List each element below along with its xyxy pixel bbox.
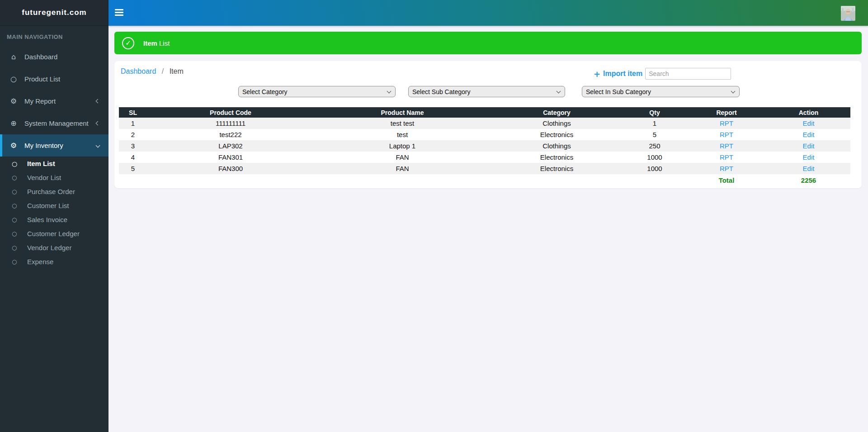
edit-link[interactable]: Edit — [803, 119, 815, 127]
cell-sl: 4 — [119, 152, 147, 163]
in-sub-category-select-wrap: Select In Sub Category — [582, 86, 740, 97]
sidebar-subitem-label: Vendor Ledger — [27, 244, 71, 252]
filter-row: Select Category Select Sub Category Sele… — [238, 86, 740, 97]
circle-plus-icon: ⊕ — [8, 119, 19, 128]
total-label: Total — [686, 174, 767, 186]
sidebar-subitem-customer-list[interactable]: ○ Customer List — [0, 199, 108, 213]
col-header-product-name: Product Name — [314, 107, 491, 118]
sub-category-select-wrap: Select Sub Category — [408, 86, 565, 97]
circle-icon: ○ — [12, 202, 22, 209]
user-avatar[interactable] — [841, 6, 855, 21]
sidebar-subitem-item-list[interactable]: ○ Item List — [0, 157, 108, 171]
sidebar-item-my-inventory[interactable]: ⚙ My Inventory — [0, 134, 108, 157]
gear-icon: ⚙ — [8, 141, 19, 150]
in-sub-category-select[interactable]: Select In Sub Category — [582, 86, 740, 97]
sidebar-section-label: MAIN NAVIGATION — [0, 26, 108, 46]
cell-action: Edit — [767, 140, 850, 152]
sidebar-subitem-label: Purchase Order — [27, 188, 75, 195]
rpt-link[interactable]: RPT — [720, 119, 733, 127]
sidebar-subitem-label: Sales Invoice — [27, 216, 67, 223]
cell-product-name: FAN — [314, 163, 491, 174]
sidebar-item-product-list[interactable]: ○ Product List — [0, 68, 108, 90]
circle-icon: ○ — [12, 258, 22, 265]
circle-icon: ○ — [8, 75, 19, 83]
circle-icon: ○ — [12, 244, 22, 251]
cell-product-code: test222 — [147, 129, 314, 140]
cell-category: Electronics — [491, 129, 623, 140]
banner-title-bold: Item — [143, 39, 157, 47]
cell-product-code: FAN300 — [147, 163, 314, 174]
col-header-action: Action — [767, 107, 850, 118]
topbar — [108, 0, 868, 26]
cell-product-name: FAN — [314, 152, 491, 163]
sidebar-subitem-sales-invoice[interactable]: ○ Sales Invoice — [0, 213, 108, 227]
col-header-category: Category — [491, 107, 623, 118]
sidebar-subitem-label: Vendor List — [27, 174, 61, 181]
sidebar-subitem-vendor-list[interactable]: ○ Vendor List — [0, 171, 108, 185]
sidebar-item-label: System Management — [24, 119, 89, 127]
table-row: 4 FAN301 FAN Electronics 1000 RPT Edit — [119, 152, 850, 163]
cell-product-code: LAP302 — [147, 140, 314, 152]
cell-action: Edit — [767, 152, 850, 163]
edit-link[interactable]: Edit — [803, 153, 815, 161]
rpt-link[interactable]: RPT — [720, 153, 733, 161]
edit-link[interactable]: Edit — [803, 131, 815, 138]
sidebar-item-label: My Inventory — [24, 142, 63, 149]
cell-report: RPT — [686, 118, 767, 129]
cell-report: RPT — [686, 140, 767, 152]
cell-product-name: test — [314, 129, 491, 140]
sidebar-subitem-label: Expense — [27, 258, 53, 266]
breadcrumb-dashboard-link[interactable]: Dashboard — [121, 67, 156, 75]
sidebar-subitem-vendor-ledger[interactable]: ○ Vendor Ledger — [0, 241, 108, 255]
menu-toggle-button[interactable] — [115, 9, 123, 17]
breadcrumb-current: Item — [170, 67, 184, 75]
sidebar-item-label: Dashboard — [24, 53, 57, 61]
category-select[interactable]: Select Category — [238, 86, 396, 97]
table-header-row: SL Product Code Product Name Category Qt… — [119, 107, 850, 118]
cell-category: Electronics — [491, 163, 623, 174]
rpt-link[interactable]: RPT — [720, 142, 733, 150]
category-select-wrap: Select Category — [238, 86, 396, 97]
cell-report: RPT — [686, 163, 767, 174]
cell-category: Clothings — [491, 140, 623, 152]
sub-category-select[interactable]: Select Sub Category — [408, 86, 565, 97]
cell-report: RPT — [686, 152, 767, 163]
sidebar-subitem-expense[interactable]: ○ Expense — [0, 255, 108, 269]
import-item-button[interactable]: + Import item — [594, 69, 642, 79]
breadcrumb: Dashboard / Item — [121, 67, 184, 76]
chevron-left-icon — [96, 99, 100, 104]
sidebar-subitem-label: Customer Ledger — [27, 230, 80, 237]
home-icon: ⌂ — [8, 52, 19, 61]
col-header-sl: SL — [119, 107, 147, 118]
sidebar-subitem-customer-ledger[interactable]: ○ Customer Ledger — [0, 227, 108, 241]
cell-qty: 1 — [623, 118, 686, 129]
circle-icon: ○ — [12, 216, 22, 223]
cell-action: Edit — [767, 163, 850, 174]
chevron-down-icon — [96, 143, 100, 148]
chevron-left-icon — [96, 121, 100, 126]
sidebar-subitem-purchase-order[interactable]: ○ Purchase Order — [0, 185, 108, 199]
sidebar-item-system-management[interactable]: ⊕ System Management — [0, 112, 108, 134]
edit-link[interactable]: Edit — [803, 142, 815, 150]
banner-title: Item List — [143, 39, 170, 47]
hamburger-bar — [115, 14, 123, 16]
rpt-link[interactable]: RPT — [720, 165, 733, 172]
col-header-qty: Qty — [623, 107, 686, 118]
rpt-link[interactable]: RPT — [720, 131, 733, 138]
sidebar-item-my-report[interactable]: ⚙ My Report — [0, 90, 108, 112]
import-item-label: Import item — [603, 70, 642, 78]
circle-icon: ○ — [12, 230, 22, 237]
table-row: 5 FAN300 FAN Electronics 1000 RPT Edit — [119, 163, 850, 174]
sidebar-item-dashboard[interactable]: ⌂ Dashboard — [0, 46, 108, 68]
total-value: 2256 — [767, 174, 850, 186]
sidebar: futuregenit.com MAIN NAVIGATION ⌂ Dashbo… — [0, 0, 108, 432]
cell-action: Edit — [767, 118, 850, 129]
cell-product-code: 111111111 — [147, 118, 314, 129]
table-row: 3 LAP302 Laptop 1 Clothings 250 RPT Edit — [119, 140, 850, 152]
check-circle-icon: ✓ — [122, 37, 134, 49]
edit-link[interactable]: Edit — [803, 165, 815, 172]
brand-logo[interactable]: futuregenit.com — [0, 0, 108, 26]
search-input[interactable] — [645, 68, 731, 80]
sidebar-item-label: My Report — [24, 97, 56, 105]
cell-category: Clothings — [491, 118, 623, 129]
